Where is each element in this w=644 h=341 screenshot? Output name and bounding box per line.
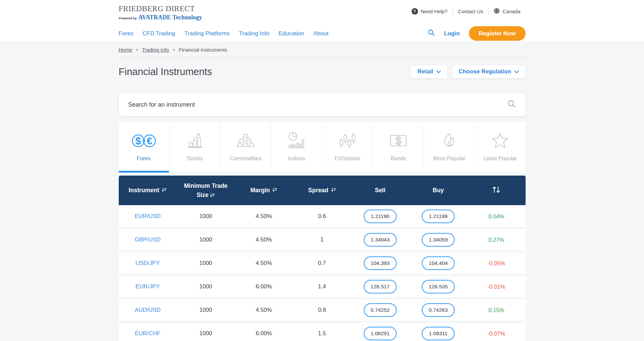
- help-icon: ?: [412, 8, 418, 15]
- sell-quote-button[interactable]: 1.08291: [364, 327, 397, 340]
- change-value: 0.15%: [467, 307, 525, 313]
- instrument-link[interactable]: EUR/USD: [135, 213, 161, 219]
- tab-bonds[interactable]: $ Bonds: [373, 122, 423, 173]
- tab-forex[interactable]: $ € Forex: [119, 122, 169, 173]
- sell-quote-button[interactable]: 126.517: [364, 280, 397, 293]
- chevron-down-icon: [514, 68, 519, 75]
- column-header-sell: Sell: [351, 187, 409, 194]
- tab-stocks[interactable]: Stocks: [170, 122, 220, 173]
- login-link[interactable]: Login: [444, 30, 460, 37]
- instrument-link[interactable]: AUD/USD: [135, 307, 161, 313]
- tab-commodities[interactable]: Commodities: [221, 122, 271, 173]
- margin-value: 6.00%: [235, 283, 293, 290]
- table-row: EUR/USD 1000 4.50% 0.6 1.21190 1.21199 0…: [119, 206, 526, 227]
- buy-quote-button[interactable]: 1.34059: [422, 233, 455, 247]
- column-header-margin[interactable]: Margin: [235, 187, 293, 194]
- column-header-change-sort[interactable]: [467, 186, 525, 195]
- commodities-icon: [236, 130, 255, 151]
- buy-quote-button[interactable]: 1.21199: [422, 210, 455, 223]
- buy-quote-button[interactable]: 104.404: [422, 256, 455, 270]
- spread-value: 0.7: [293, 260, 351, 267]
- nav-item-cfd-trading[interactable]: CFD Trading: [143, 30, 175, 37]
- indices-icon: [287, 130, 306, 151]
- breadcrumb-separator: >: [173, 48, 175, 52]
- table-row: AUD/USD 1000 4.50% 0.8 0.74252 0.74263 0…: [119, 300, 526, 321]
- table-row: EUR/CHF 1000 6.00% 1.5 1.08291 1.08311 -…: [119, 323, 526, 341]
- nav-item-forex[interactable]: Forex: [119, 30, 133, 37]
- sort-icon: [272, 187, 277, 194]
- spread-value: 1.4: [293, 283, 351, 290]
- divider: [119, 57, 526, 57]
- globe-icon: [494, 8, 500, 15]
- instruments-table-body: EUR/USD 1000 4.50% 0.6 1.21190 1.21199 0…: [119, 206, 526, 341]
- spread-value: 0.6: [293, 213, 351, 220]
- up-down-arrows-icon: [492, 186, 501, 195]
- star-icon: [490, 130, 510, 151]
- breadcrumb-home[interactable]: Home: [119, 47, 132, 53]
- change-value: -0.01%: [467, 284, 525, 290]
- region-selector[interactable]: Canada: [489, 8, 526, 15]
- buy-quote-button[interactable]: 126.535: [422, 280, 455, 293]
- margin-value: 4.50%: [235, 213, 293, 220]
- tab-most-popular[interactable]: Most Popular: [424, 122, 474, 173]
- table-row: EUR/JPY 1000 6.00% 1.4 126.517 126.535 -…: [119, 276, 526, 297]
- breadcrumb: Home > Trading Info > Financial Instrume…: [119, 41, 526, 53]
- column-header-min-trade-size[interactable]: Minimum Trade Size: [177, 181, 235, 199]
- tab-indices[interactable]: Indices: [271, 122, 322, 173]
- change-value: 0.27%: [467, 237, 525, 243]
- nav-item-trading-platforms[interactable]: Trading Platforms: [184, 30, 230, 37]
- instrument-search-bar: [119, 93, 526, 116]
- choose-regulation-dropdown[interactable]: Choose Regulation: [452, 65, 526, 78]
- breadcrumb-trading-info[interactable]: Trading Info: [142, 47, 169, 53]
- column-header-spread[interactable]: Spread: [293, 187, 351, 194]
- table-row: GBP/USD 1000 4.50% 1 1.34043 1.34059 0.2…: [119, 229, 526, 250]
- sell-quote-button[interactable]: 1.21190: [364, 210, 397, 223]
- sell-quote-button[interactable]: 104.393: [364, 256, 397, 270]
- sort-icon: [210, 193, 215, 198]
- region-label: Canada: [503, 8, 520, 14]
- min-trade-size-value: 1000: [177, 307, 235, 313]
- table-row: USD/JPY 1000 4.50% 0.7 104.393 104.404 -…: [119, 253, 526, 274]
- bonds-icon: $: [389, 130, 408, 151]
- spread-value: 0.8: [293, 307, 351, 313]
- column-header-instrument[interactable]: Instrument: [119, 187, 177, 194]
- nav-item-trading-info[interactable]: Trading Info: [239, 30, 269, 37]
- instrument-link[interactable]: USD/JPY: [135, 260, 160, 266]
- buy-quote-button[interactable]: 1.08311: [422, 327, 455, 340]
- tab-least-popular[interactable]: Least Popular: [475, 122, 525, 173]
- sell-quote-button[interactable]: 0.74252: [364, 303, 397, 317]
- min-trade-size-value: 1000: [177, 213, 235, 220]
- tab-fxoptions[interactable]: FXOptions: [322, 122, 373, 173]
- sell-quote-button[interactable]: 1.34043: [364, 233, 397, 247]
- instrument-link[interactable]: GBP/USD: [135, 236, 161, 243]
- instrument-search-input[interactable]: [128, 101, 507, 108]
- nav-search-icon[interactable]: [428, 29, 435, 38]
- utility-bar: ? Need Help? Contact Us Canada: [406, 8, 526, 15]
- min-trade-size-value: 1000: [177, 283, 235, 290]
- register-now-button[interactable]: Register Now: [469, 26, 526, 41]
- buy-quote-button[interactable]: 0.74263: [422, 303, 455, 317]
- logo-technology: AVATRADE Technology: [138, 14, 202, 21]
- brand-logo[interactable]: FRIEDBERG DIRECT Powered by AVATRADE Tec…: [119, 4, 202, 21]
- min-trade-size-value: 1000: [177, 330, 235, 337]
- account-type-dropdown[interactable]: Retail: [411, 65, 447, 78]
- nav-item-education[interactable]: Education: [279, 30, 304, 37]
- nav-item-about[interactable]: About: [314, 30, 328, 37]
- breadcrumb-separator: >: [136, 48, 138, 52]
- site-header: FRIEDBERG DIRECT Powered by AVATRADE Tec…: [0, 0, 644, 41]
- change-value: -0.07%: [467, 330, 525, 337]
- spread-value: 1: [293, 236, 351, 243]
- contact-us-link[interactable]: Contact Us: [453, 8, 488, 14]
- sort-icon: [162, 187, 167, 194]
- instruments-table-header: Instrument Minimum Trade Size Margin Spr…: [119, 176, 526, 205]
- instrument-link[interactable]: EUR/CHF: [135, 330, 160, 337]
- need-help-link[interactable]: ? Need Help?: [406, 8, 453, 15]
- instrument-link[interactable]: EUR/JPY: [135, 283, 160, 290]
- logo-powered-by: Powered by: [119, 16, 137, 20]
- search-icon[interactable]: [507, 100, 516, 110]
- spread-value: 1.5: [293, 330, 351, 337]
- change-value: 0.04%: [467, 213, 525, 220]
- stocks-icon: [185, 130, 204, 151]
- column-header-buy: Buy: [409, 187, 467, 194]
- main-nav: Forex CFD Trading Trading Platforms Trad…: [119, 30, 329, 37]
